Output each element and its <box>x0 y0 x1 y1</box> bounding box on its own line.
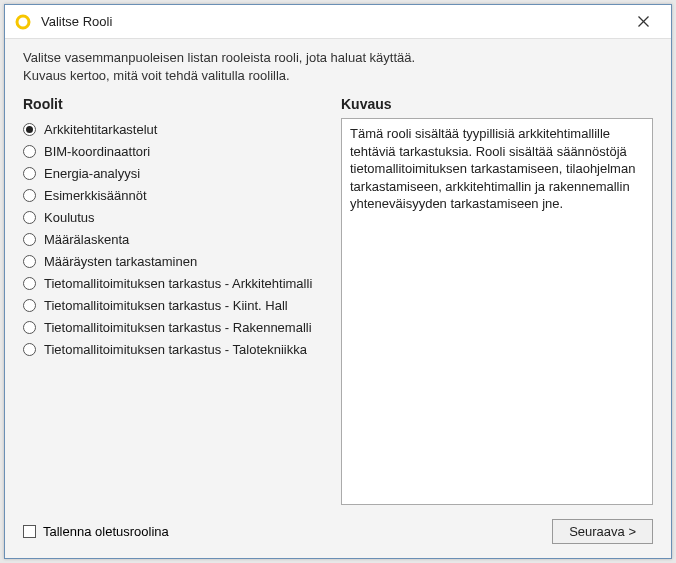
columns: Roolit ArkkitehtitarkastelutBIM-koordina… <box>23 96 653 505</box>
role-label: Tietomallitoimituksen tarkastus - Kiint.… <box>44 298 288 313</box>
role-item[interactable]: Energia-analyysi <box>23 166 323 181</box>
role-item[interactable]: BIM-koordinaattori <box>23 144 323 159</box>
intro-line-1: Valitse vasemmanpuoleisen listan rooleis… <box>23 49 653 67</box>
next-button[interactable]: Seuraava > <box>552 519 653 544</box>
role-item[interactable]: Tietomallitoimituksen tarkastus - Arkkit… <box>23 276 323 291</box>
description-heading: Kuvaus <box>341 96 653 112</box>
titlebar: Valitse Rooli <box>5 5 671 39</box>
role-item[interactable]: Tietomallitoimituksen tarkastus - Rakenn… <box>23 320 323 335</box>
description-box: Tämä rooli sisältää tyypillisiä arkkiteh… <box>341 118 653 505</box>
role-item[interactable]: Esimerkkisäännöt <box>23 188 323 203</box>
role-label: Energia-analyysi <box>44 166 140 181</box>
checkbox-icon <box>23 525 36 538</box>
role-item[interactable]: Arkkitehtitarkastelut <box>23 122 323 137</box>
save-default-checkbox[interactable]: Tallenna oletusroolina <box>23 524 169 539</box>
role-item[interactable]: Määrälaskenta <box>23 232 323 247</box>
intro-text: Valitse vasemmanpuoleisen listan rooleis… <box>23 49 653 84</box>
role-label: Arkkitehtitarkastelut <box>44 122 157 137</box>
role-label: BIM-koordinaattori <box>44 144 150 159</box>
role-label: Tietomallitoimituksen tarkastus - Rakenn… <box>44 320 312 335</box>
dialog-window: Valitse Rooli Valitse vasemmanpuoleisen … <box>4 4 672 559</box>
roles-column: Roolit ArkkitehtitarkastelutBIM-koordina… <box>23 96 323 505</box>
role-item[interactable]: Määräysten tarkastaminen <box>23 254 323 269</box>
radio-icon <box>23 321 36 334</box>
radio-icon <box>23 299 36 312</box>
role-list: ArkkitehtitarkastelutBIM-koordinaattoriE… <box>23 118 323 357</box>
footer: Tallenna oletusroolina Seuraava > <box>23 519 653 544</box>
radio-icon <box>23 255 36 268</box>
radio-icon <box>23 233 36 246</box>
roles-heading: Roolit <box>23 96 323 112</box>
role-item[interactable]: Tietomallitoimituksen tarkastus - Talote… <box>23 342 323 357</box>
radio-icon <box>23 145 36 158</box>
radio-icon <box>23 167 36 180</box>
radio-icon <box>23 211 36 224</box>
role-label: Koulutus <box>44 210 95 225</box>
radio-icon <box>23 277 36 290</box>
radio-icon <box>23 123 36 136</box>
role-item[interactable]: Tietomallitoimituksen tarkastus - Kiint.… <box>23 298 323 313</box>
app-icon <box>15 14 31 30</box>
role-label: Tietomallitoimituksen tarkastus - Talote… <box>44 342 307 357</box>
save-default-label: Tallenna oletusroolina <box>43 524 169 539</box>
window-title: Valitse Rooli <box>41 14 623 29</box>
description-column: Kuvaus Tämä rooli sisältää tyypillisiä a… <box>341 96 653 505</box>
radio-icon <box>23 189 36 202</box>
intro-line-2: Kuvaus kertoo, mitä voit tehdä valitulla… <box>23 67 653 85</box>
role-label: Esimerkkisäännöt <box>44 188 147 203</box>
role-label: Tietomallitoimituksen tarkastus - Arkkit… <box>44 276 312 291</box>
content-area: Valitse vasemmanpuoleisen listan rooleis… <box>5 39 671 558</box>
role-item[interactable]: Koulutus <box>23 210 323 225</box>
radio-icon <box>23 343 36 356</box>
svg-point-0 <box>17 16 29 28</box>
close-button[interactable] <box>623 8 663 36</box>
role-label: Määräysten tarkastaminen <box>44 254 197 269</box>
role-label: Määrälaskenta <box>44 232 129 247</box>
